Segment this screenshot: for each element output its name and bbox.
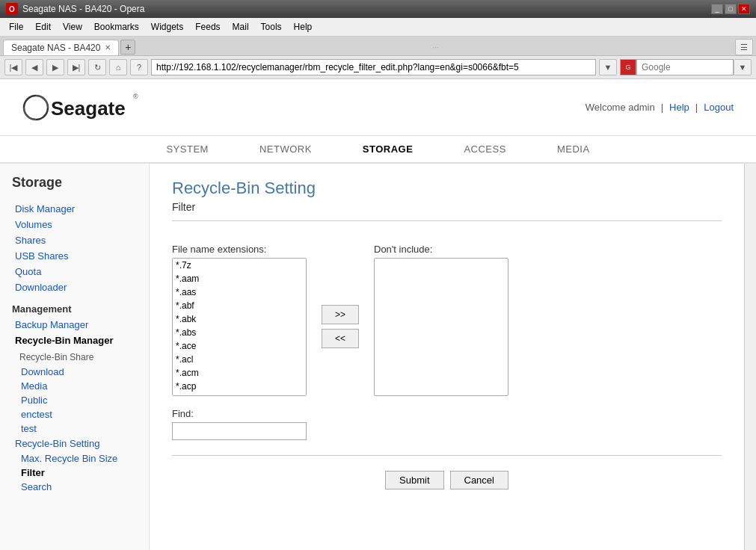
new-tab-button[interactable]: + bbox=[120, 40, 135, 55]
search-input[interactable] bbox=[636, 59, 734, 75]
submit-button[interactable]: Submit bbox=[385, 471, 443, 489]
nav-back-button[interactable]: ◀ bbox=[25, 59, 43, 75]
logo-area: Seagate ® bbox=[22, 87, 172, 128]
dont-include-column: Don't include: bbox=[374, 244, 508, 396]
sidebar-title: Storage bbox=[7, 175, 141, 191]
sidebar-item-disk-manager[interactable]: Disk Manager bbox=[7, 201, 141, 217]
dont-include-label: Don't include: bbox=[374, 244, 508, 255]
move-left-button[interactable]: << bbox=[322, 329, 359, 348]
nav-end-button[interactable]: ▶| bbox=[67, 59, 85, 75]
search-dropdown-button[interactable]: ▼ bbox=[734, 59, 752, 75]
menu-help[interactable]: Help bbox=[288, 19, 319, 34]
sidebar-item-downloader[interactable]: Downloader bbox=[7, 279, 141, 295]
active-tab[interactable]: Seagate NAS - BA420 ✕ bbox=[3, 40, 119, 55]
nav-network[interactable]: NETWORK bbox=[256, 142, 315, 156]
opera-icon: O bbox=[6, 3, 18, 15]
tab-bar-dots: ··· bbox=[432, 43, 439, 52]
sidebar-item-search[interactable]: Search bbox=[7, 480, 141, 494]
tab-bar: Seagate NAS - BA420 ✕ + ··· ☰ bbox=[0, 37, 756, 56]
site-header: Seagate ® Welcome admin | Help | Logout bbox=[0, 79, 756, 136]
header-sep2: | bbox=[695, 102, 698, 113]
title-bar-controls: _ □ ✕ bbox=[711, 4, 750, 14]
close-button[interactable]: ✕ bbox=[738, 4, 750, 14]
scrollbar[interactable] bbox=[744, 164, 756, 550]
sidebar: Storage Disk Manager Volumes Shares USB … bbox=[0, 164, 150, 550]
maximize-button[interactable]: □ bbox=[725, 4, 737, 14]
title-bar-left: O Seagate NAS - BA420 - Opera bbox=[6, 3, 144, 15]
sidebar-item-media[interactable]: Media bbox=[7, 379, 141, 393]
columns-layout: File name extensions: *.7z*.aam*.aas*.ab… bbox=[172, 244, 722, 396]
nav-bar: |◀ ◀ ▶ ▶| ↻ ⌂ ? ▼ G ▼ bbox=[0, 56, 756, 79]
sidebar-item-test[interactable]: test bbox=[7, 421, 141, 436]
top-nav: SYSTEM NETWORK STORAGE ACCESS MEDIA bbox=[0, 136, 756, 164]
tab-close-button[interactable]: ✕ bbox=[105, 43, 111, 52]
sidebar-item-public[interactable]: Public bbox=[7, 393, 141, 407]
page-title: Recycle-Bin Setting bbox=[172, 179, 722, 198]
sidebar-item-shares[interactable]: Shares bbox=[7, 232, 141, 248]
nav-info-button[interactable]: ? bbox=[130, 59, 148, 75]
page-outer: O Seagate NAS - BA420 - Opera _ □ ✕ File… bbox=[0, 0, 756, 550]
page-subtitle: Filter bbox=[172, 201, 722, 221]
nav-reload-button[interactable]: ↻ bbox=[88, 59, 106, 75]
find-input[interactable] bbox=[172, 422, 307, 440]
svg-text:®: ® bbox=[133, 93, 138, 100]
search-engine-icon: G bbox=[620, 59, 636, 75]
nav-media[interactable]: MEDIA bbox=[554, 142, 593, 156]
dont-include-listbox[interactable] bbox=[374, 258, 508, 396]
filter-form: File name extensions: *.7z*.aam*.aas*.ab… bbox=[172, 236, 722, 497]
menu-file[interactable]: File bbox=[3, 19, 29, 34]
sidebar-item-quota[interactable]: Quota bbox=[7, 264, 141, 279]
nav-forward-button[interactable]: ▶ bbox=[46, 59, 64, 75]
logout-link[interactable]: Logout bbox=[704, 102, 734, 113]
help-link[interactable]: Help bbox=[669, 102, 689, 113]
window-title: Seagate NAS - BA420 - Opera bbox=[22, 4, 144, 14]
menu-widgets[interactable]: Widgets bbox=[145, 19, 189, 34]
main-layout: Storage Disk Manager Volumes Shares USB … bbox=[0, 164, 756, 550]
find-label: Find: bbox=[172, 408, 722, 419]
sidebar-management-title: Management bbox=[7, 300, 141, 317]
welcome-text: Welcome admin bbox=[586, 102, 655, 113]
menu-view[interactable]: View bbox=[57, 19, 88, 34]
address-bar[interactable] bbox=[151, 59, 596, 75]
sidebar-item-volumes[interactable]: Volumes bbox=[7, 217, 141, 232]
menu-bookmarks[interactable]: Bookmarks bbox=[88, 19, 145, 34]
sidebar-item-filter[interactable]: Filter bbox=[7, 466, 141, 480]
browser-menu-button[interactable]: ☰ bbox=[735, 39, 753, 55]
title-bar: O Seagate NAS - BA420 - Opera _ □ ✕ bbox=[0, 0, 756, 18]
seagate-logo: Seagate ® bbox=[22, 87, 172, 128]
sidebar-recycle-bin-share-title: Recycle-Bin Share bbox=[7, 348, 141, 365]
nav-storage[interactable]: STORAGE bbox=[360, 142, 417, 156]
cancel-button[interactable]: Cancel bbox=[450, 471, 508, 489]
header-links: Welcome admin | Help | Logout bbox=[586, 102, 734, 113]
menu-mail[interactable]: Mail bbox=[227, 19, 255, 34]
address-dropdown-button[interactable]: ▼ bbox=[599, 59, 617, 75]
menu-bar: File Edit View Bookmarks Widgets Feeds M… bbox=[0, 18, 756, 37]
sidebar-item-max-recycle-bin-size[interactable]: Max. Recycle Bin Size bbox=[7, 451, 141, 466]
header-sep1: | bbox=[661, 102, 663, 113]
move-right-button[interactable]: >> bbox=[322, 305, 359, 324]
tab-label: Seagate NAS - BA420 bbox=[11, 43, 100, 53]
content-area: Recycle-Bin Setting Filter File name ext… bbox=[150, 164, 744, 550]
menu-edit[interactable]: Edit bbox=[29, 19, 57, 34]
sidebar-item-download[interactable]: Download bbox=[7, 365, 141, 379]
nav-access[interactable]: ACCESS bbox=[461, 142, 508, 156]
extensions-listbox[interactable]: *.7z*.aam*.aas*.abf*.abk*.abs*.ace*.acl*… bbox=[172, 258, 307, 396]
sidebar-item-recycle-bin-manager[interactable]: Recycle-Bin Manager bbox=[7, 333, 141, 348]
sidebar-item-usb-shares[interactable]: USB Shares bbox=[7, 248, 141, 264]
nav-start-button[interactable]: |◀ bbox=[4, 59, 22, 75]
nav-home-button[interactable]: ⌂ bbox=[109, 59, 127, 75]
site-body: Seagate ® Welcome admin | Help | Logout … bbox=[0, 79, 756, 550]
sidebar-item-recycle-bin-setting[interactable]: Recycle-Bin Setting bbox=[7, 436, 141, 451]
button-row: Submit Cancel bbox=[172, 471, 722, 489]
extensions-column: File name extensions: *.7z*.aam*.aas*.ab… bbox=[172, 244, 307, 396]
nav-system[interactable]: SYSTEM bbox=[163, 142, 211, 156]
sidebar-management-section: Management Backup Manager Recycle-Bin Ma… bbox=[7, 300, 141, 494]
minimize-button[interactable]: _ bbox=[711, 4, 723, 14]
sidebar-item-enctest[interactable]: enctest bbox=[7, 407, 141, 421]
sidebar-item-backup-manager[interactable]: Backup Manager bbox=[7, 317, 141, 333]
find-row: Find: bbox=[172, 408, 722, 440]
menu-tools[interactable]: Tools bbox=[255, 19, 288, 34]
form-divider bbox=[172, 455, 722, 456]
menu-feeds[interactable]: Feeds bbox=[189, 19, 226, 34]
svg-text:Seagate: Seagate bbox=[51, 97, 126, 120]
